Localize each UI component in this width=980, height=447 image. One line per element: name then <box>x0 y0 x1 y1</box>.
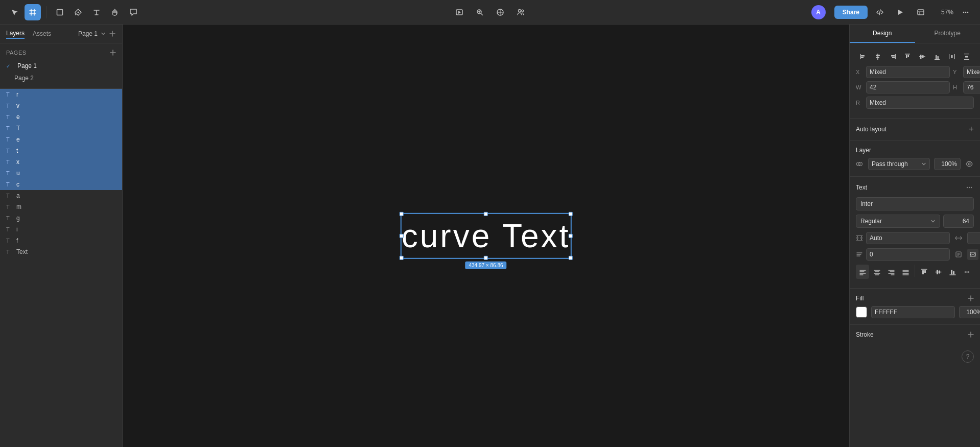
layer-item-i[interactable]: T i <box>0 224 122 235</box>
add-stroke-button[interactable] <box>968 332 974 338</box>
page-1-item[interactable]: ✓ Page 1 <box>0 60 122 72</box>
frame-tool-button[interactable] <box>25 4 41 20</box>
zoom-level[interactable]: 57% <box>933 9 953 16</box>
page-2-item[interactable]: Page 2 <box>0 72 122 84</box>
letter-spacing-input[interactable] <box>967 232 980 244</box>
library-button[interactable] <box>913 4 929 20</box>
text-section-header: Text <box>856 183 974 192</box>
layer-item-u[interactable]: T u <box>0 168 122 179</box>
canvas-area[interactable]: curve Text 434.97 × 86.86 <box>123 25 849 447</box>
font-style-select[interactable]: Regular <box>856 215 940 228</box>
align-left-button[interactable] <box>856 50 870 64</box>
layer-item-T[interactable]: T T <box>0 123 122 134</box>
multiplayer-button[interactable] <box>512 4 529 20</box>
r-input[interactable] <box>866 97 974 109</box>
add-fill-button[interactable] <box>968 295 974 301</box>
x-input[interactable] <box>866 66 950 78</box>
assets-tab[interactable]: Assets <box>33 29 51 38</box>
text-more-options-button[interactable] <box>961 265 974 279</box>
add-page-icon[interactable] <box>110 50 116 56</box>
fill-header-buttons <box>968 295 974 301</box>
page-selector-chevron[interactable] <box>101 31 106 36</box>
text-section-icons <box>965 183 974 192</box>
add-auto-layout-button[interactable]: + <box>968 125 974 134</box>
layer-item-Text[interactable]: T Text <box>0 246 122 257</box>
text-valign-top-button[interactable] <box>917 265 930 279</box>
layer-label-Text: Text <box>16 248 28 255</box>
stroke-header: Stroke <box>856 331 974 338</box>
distribute-h-button[interactable] <box>945 50 959 64</box>
h-input[interactable] <box>963 81 980 93</box>
svg-rect-47 <box>937 270 938 274</box>
layer-label-t: t <box>16 147 18 154</box>
page-selector-label[interactable]: Page 1 <box>78 30 98 37</box>
text-element[interactable]: curve Text 434.97 × 86.86 <box>402 214 571 257</box>
code-button[interactable] <box>872 4 888 20</box>
layer-item-r[interactable]: T r <box>0 89 122 100</box>
w-input[interactable] <box>866 81 950 93</box>
layer-item-x[interactable]: T x <box>0 156 122 168</box>
fill-hex-input[interactable] <box>871 306 955 318</box>
svg-rect-12 <box>861 57 864 59</box>
avatar[interactable]: A <box>811 5 826 19</box>
text-valign-middle-button[interactable] <box>931 265 945 279</box>
shape-tool-button[interactable] <box>52 4 68 20</box>
text-align-justify-button[interactable] <box>899 265 913 279</box>
y-input[interactable] <box>963 66 980 78</box>
text-auto-width-button[interactable] <box>967 249 978 260</box>
text-more-button[interactable] <box>965 183 974 192</box>
align-bottom-button[interactable] <box>930 50 944 64</box>
svg-point-41 <box>969 187 970 188</box>
prototype-tab[interactable]: Prototype <box>915 25 981 43</box>
text-valign-bottom-button[interactable] <box>946 265 959 279</box>
layer-item-c[interactable]: T c <box>0 179 122 190</box>
layer-item-f[interactable]: T f <box>0 235 122 246</box>
more-menu-button[interactable] <box>958 4 974 20</box>
layer-item-a[interactable]: T a <box>0 190 122 201</box>
share-button[interactable]: Share <box>834 6 868 19</box>
design-tab[interactable]: Design <box>850 25 915 43</box>
svg-rect-26 <box>936 55 937 59</box>
paragraph-spacing-input[interactable] <box>866 248 950 261</box>
pages-label: Pages <box>6 50 27 56</box>
prop-row-xy: X Y <box>856 66 974 78</box>
pen-tool-button[interactable] <box>70 4 86 20</box>
align-center-h-button[interactable] <box>871 50 884 64</box>
layer-type-icon-x: T <box>6 159 13 165</box>
layer-item-v[interactable]: T v <box>0 100 122 111</box>
fill-color-swatch[interactable] <box>856 307 867 318</box>
comment-tool-button[interactable] <box>125 4 142 20</box>
align-middle-button[interactable] <box>916 50 929 64</box>
prototype-play-button[interactable] <box>892 4 908 20</box>
fill-opacity-input[interactable] <box>959 306 980 318</box>
move-tool-button[interactable] <box>6 4 22 20</box>
hand-tool-button[interactable] <box>107 4 123 20</box>
layer-item-g[interactable]: T g <box>0 213 122 224</box>
add-page-button[interactable] <box>109 30 116 37</box>
text-tool-button[interactable] <box>88 4 105 20</box>
letter-spacing-sep <box>953 234 964 242</box>
font-size-input[interactable] <box>943 215 974 228</box>
zoom-content-button[interactable] <box>472 4 488 20</box>
line-height-input[interactable] <box>866 232 950 244</box>
align-top-button[interactable] <box>900 50 914 64</box>
svg-rect-29 <box>954 54 955 59</box>
distribute-v-button[interactable] <box>960 50 974 64</box>
help-button[interactable]: ? <box>962 350 974 363</box>
layer-item-e2[interactable]: T e <box>0 134 122 145</box>
layers-tab[interactable]: Layers <box>6 29 25 39</box>
layer-item-e1[interactable]: T e <box>0 111 122 123</box>
style-button[interactable] <box>492 4 508 20</box>
text-align-right-button[interactable] <box>885 265 898 279</box>
font-family-input[interactable] <box>856 197 974 210</box>
layer-item-t[interactable]: T t <box>0 145 122 156</box>
opacity-input[interactable] <box>934 158 961 170</box>
text-align-left-button[interactable] <box>856 265 869 279</box>
align-right-button[interactable] <box>885 50 899 64</box>
text-align-center-button[interactable] <box>870 265 883 279</box>
blend-mode-select[interactable]: Pass through <box>868 158 930 170</box>
visibility-toggle[interactable] <box>965 159 974 169</box>
layer-item-m[interactable]: T m <box>0 201 122 213</box>
toolbar: A Share 57% <box>0 0 980 25</box>
preview-button[interactable] <box>451 4 468 20</box>
